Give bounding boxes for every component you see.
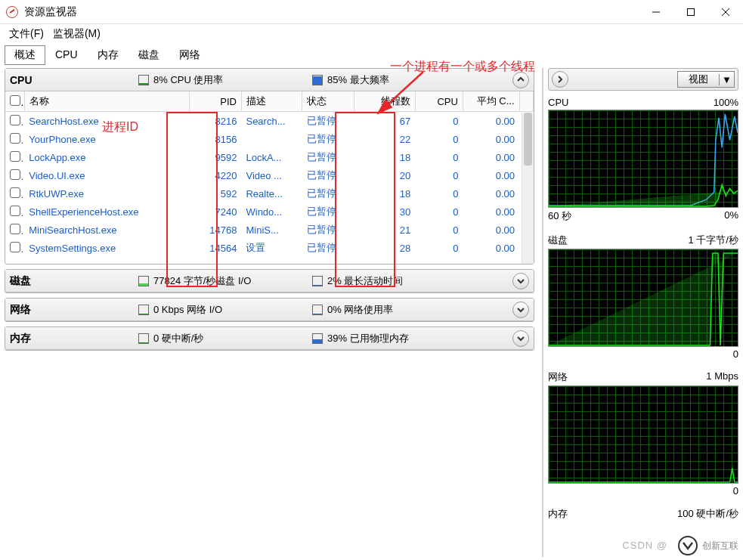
graph-network-canvas xyxy=(548,385,738,484)
col-cpu[interactable]: CPU xyxy=(415,91,463,112)
tab-bar: 概述 CPU 内存 磁盘 网络 xyxy=(0,45,743,65)
graph-net-title: 网络 xyxy=(548,370,568,384)
table-row[interactable]: SystemSettings.exe 14564 设置 已暂停 28 0 0.0… xyxy=(5,239,534,257)
disk-section-header[interactable]: 磁盘 77824 字节/秒磁盘 I/O 2% 最长活动时间 xyxy=(5,270,534,292)
menu-bar: 文件(F) 监视器(M) xyxy=(0,24,743,44)
process-table: 名称 PID 描述 状态 线程数 CPU 平均 C... SearchHost.… xyxy=(5,91,534,257)
brand-label: 创新互联 xyxy=(702,540,738,552)
table-scrollbar[interactable] xyxy=(522,113,534,264)
view-label: 视图 xyxy=(678,73,719,86)
graph-cpu-top: 100% xyxy=(714,97,738,108)
col-name[interactable]: 名称 xyxy=(24,91,189,112)
view-dropdown-icon[interactable]: ▼ xyxy=(719,74,734,85)
csdn-watermark: CSDN @ xyxy=(622,540,667,551)
table-row[interactable]: ShellExperienceHost.exe 7240 Windo... 已暂… xyxy=(5,203,534,221)
process-table-wrap: 名称 PID 描述 状态 线程数 CPU 平均 C... SearchHost.… xyxy=(5,91,534,264)
cell-status: 已暂停 xyxy=(302,239,354,257)
cell-threads: 18 xyxy=(354,184,415,203)
col-threads[interactable]: 线程数 xyxy=(354,91,415,112)
memory-collapse-button[interactable] xyxy=(512,330,529,347)
network-section-header[interactable]: 网络 0 Kbps 网络 I/O 0% 网络使用率 xyxy=(5,299,534,321)
cell-pid: 7240 xyxy=(190,203,242,221)
row-checkbox[interactable] xyxy=(5,148,24,166)
cell-avg: 0.00 xyxy=(463,166,519,184)
net-io-icon xyxy=(138,305,149,315)
graph-cpu-canvas xyxy=(548,110,738,208)
row-checkbox[interactable] xyxy=(5,166,24,184)
graph-mem-title: 内存 xyxy=(548,507,568,521)
menu-file[interactable]: 文件(F) xyxy=(9,27,44,41)
cell-threads: 30 xyxy=(354,203,415,221)
tab-disk[interactable]: 磁盘 xyxy=(128,45,169,65)
cell-cpu: 0 xyxy=(415,239,463,257)
cell-avg: 0.00 xyxy=(463,148,519,166)
col-avg[interactable]: 平均 C... xyxy=(463,91,519,112)
table-row[interactable]: SearchHost.exe 8216 Search... 已暂停 67 0 0… xyxy=(5,112,534,131)
tab-network[interactable]: 网络 xyxy=(169,45,210,65)
cell-pid: 14768 xyxy=(190,221,242,239)
graph-cpu-br: 0% xyxy=(724,209,738,223)
maximize-button[interactable] xyxy=(673,0,708,24)
brand-icon xyxy=(678,536,698,555)
table-row[interactable]: YourPhone.exe 8156 已暂停 22 0 0.00 xyxy=(5,130,534,148)
view-button[interactable]: 视图 ▼ xyxy=(677,71,735,88)
col-pid[interactable]: PID xyxy=(190,91,242,112)
col-status[interactable]: 状态 xyxy=(302,91,354,112)
row-checkbox[interactable] xyxy=(5,221,24,239)
cell-pid: 592 xyxy=(190,184,242,203)
cell-desc: MiniS... xyxy=(241,221,302,239)
row-checkbox[interactable] xyxy=(5,130,24,148)
cell-avg: 0.00 xyxy=(463,112,519,131)
cell-desc: Search... xyxy=(241,112,302,131)
tab-overview[interactable]: 概述 xyxy=(5,45,45,65)
cell-status: 已暂停 xyxy=(302,112,354,131)
menu-monitor[interactable]: 监视器(M) xyxy=(53,27,101,41)
annotation-pid-note: 进程ID xyxy=(102,119,138,135)
disk-act-icon xyxy=(312,276,323,286)
col-checkbox[interactable] xyxy=(5,91,24,112)
row-checkbox[interactable] xyxy=(5,203,24,221)
row-checkbox[interactable] xyxy=(5,112,24,131)
cpu-usage-label: 8% CPU 使用率 xyxy=(153,73,223,87)
mem-phys-label: 39% 已用物理内存 xyxy=(327,332,409,345)
cell-pid: 14564 xyxy=(190,239,242,257)
row-checkbox[interactable] xyxy=(5,239,24,257)
memory-section-header[interactable]: 内存 0 硬中断/秒 39% 已用物理内存 xyxy=(5,327,534,350)
disk-collapse-button[interactable] xyxy=(512,273,529,289)
cell-status: 已暂停 xyxy=(302,166,354,184)
cell-desc: LockA... xyxy=(241,148,302,166)
tab-memory[interactable]: 内存 xyxy=(88,45,128,65)
cell-status: 已暂停 xyxy=(302,184,354,203)
disk-io-label: 77824 字节/秒磁盘 I/O xyxy=(153,274,251,288)
cell-pid: 8216 xyxy=(190,112,242,131)
graph-disk-br: 0 xyxy=(733,348,738,360)
cell-desc xyxy=(241,130,302,148)
table-row[interactable]: Video.UI.exe 4220 Video ... 已暂停 20 0 0.0… xyxy=(5,166,534,184)
row-checkbox[interactable] xyxy=(5,184,24,203)
cell-avg: 0.00 xyxy=(463,221,519,239)
net-use-icon xyxy=(312,305,323,315)
minimize-button[interactable] xyxy=(639,0,673,24)
cell-pid: 4220 xyxy=(190,166,242,184)
col-desc[interactable]: 描述 xyxy=(241,91,302,112)
sidebar-collapse-button[interactable] xyxy=(552,71,568,88)
cell-threads: 22 xyxy=(354,130,415,148)
cell-avg: 0.00 xyxy=(463,130,519,148)
cell-cpu: 0 xyxy=(415,221,463,239)
graph-mem-top: 100 硬中断/秒 xyxy=(677,507,738,521)
net-io-label: 0 Kbps 网络 I/O xyxy=(153,303,222,317)
app-icon xyxy=(6,6,18,18)
mem-hard-label: 0 硬中断/秒 xyxy=(153,332,203,345)
cell-threads: 18 xyxy=(354,148,415,166)
cell-avg: 0.00 xyxy=(463,184,519,203)
tab-cpu[interactable]: CPU xyxy=(45,45,88,65)
cell-desc: Video ... xyxy=(241,166,302,184)
window-title: 资源监视器 xyxy=(24,5,639,19)
close-button[interactable] xyxy=(708,0,743,24)
table-row[interactable]: RtkUWP.exe 592 Realte... 已暂停 18 0 0.00 xyxy=(5,184,534,203)
table-row[interactable]: LockApp.exe 9592 LockA... 已暂停 18 0 0.00 xyxy=(5,148,534,166)
cell-cpu: 0 xyxy=(415,148,463,166)
cell-cpu: 0 xyxy=(415,203,463,221)
table-row[interactable]: MiniSearchHost.exe 14768 MiniS... 已暂停 21… xyxy=(5,221,534,239)
network-collapse-button[interactable] xyxy=(512,302,529,318)
